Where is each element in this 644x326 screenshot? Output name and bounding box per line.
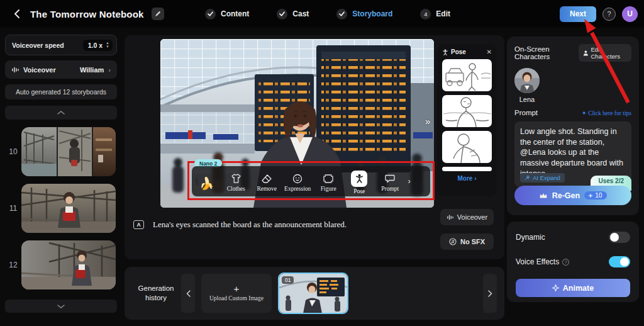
check-icon	[336, 9, 347, 20]
page-title: The Tomorrow Notebook	[30, 9, 144, 20]
smiley-icon	[292, 173, 303, 184]
character-name: Lena	[514, 96, 540, 103]
tshirt-icon	[231, 173, 242, 184]
storyboard-thumbnail[interactable]	[21, 184, 116, 233]
history-prev-button[interactable]	[181, 274, 195, 313]
tool-clothes[interactable]: Clothes	[221, 173, 252, 192]
banana-icon[interactable]: 🍌	[199, 176, 214, 191]
pose-panel: Pose ✕	[437, 44, 497, 196]
storyboard-thumbnail[interactable]	[21, 127, 116, 176]
voiceover-speed-card: Voiceover speed 1.0 x ▲▼	[5, 35, 117, 55]
step-storyboard[interactable]: Storyboard	[336, 9, 392, 20]
history-thumbnail-selected[interactable]: 01	[278, 273, 348, 314]
chevron-right-icon	[488, 290, 492, 297]
characters-heading: On-Screen Characters	[514, 45, 579, 60]
storyboard-item-10[interactable]: 10	[5, 127, 117, 176]
edit-title-icon[interactable]	[152, 8, 164, 20]
magic-wand-icon	[525, 175, 530, 181]
edit-characters-button[interactable]: Edit Characters	[579, 44, 631, 62]
frame-caption: Lena's eyes scanned the board as the ann…	[153, 220, 347, 230]
dynamic-toggle[interactable]	[609, 232, 630, 243]
sfx-off-icon	[449, 238, 457, 245]
sparkle-icon	[552, 284, 559, 291]
tool-remove[interactable]: Remove	[252, 173, 282, 192]
thumbnail-index-badge: 01	[282, 276, 294, 284]
character-avatar[interactable]	[514, 68, 540, 93]
dynamic-label: Dynamic	[516, 233, 545, 242]
chevron-left-icon	[186, 290, 191, 297]
pose-option-1[interactable]	[442, 59, 492, 91]
generation-history-label: Generation history	[132, 284, 180, 303]
toolbar-more-chevron-icon[interactable]: ›	[408, 177, 411, 186]
pose-option-4[interactable]	[442, 167, 492, 171]
settings-card: Dynamic Voice Effects ? Animate	[507, 222, 639, 302]
storyboard-item-12[interactable]: 12	[5, 240, 117, 289]
image-next-arrow-icon[interactable]: »	[425, 116, 430, 126]
generation-history-panel: Generation history + Upload Custom Image…	[125, 267, 504, 320]
tool-pose-active[interactable]: Pose	[344, 171, 375, 194]
stepper-arrows-icon[interactable]: ▲▼	[106, 42, 109, 48]
voiceover-button[interactable]: Voiceover	[440, 209, 494, 225]
step-edit[interactable]: 4 Edit	[420, 9, 450, 20]
voiceover-speed-stepper[interactable]: 1.0 x ▲▼	[83, 40, 113, 51]
top-bar: The Tomorrow Notebook Content Cast Story…	[0, 0, 644, 28]
voiceover-selector[interactable]: Voiceover William ›	[5, 60, 117, 79]
plus-icon: +	[234, 285, 240, 293]
crown-icon	[539, 192, 548, 199]
step-cast[interactable]: Cast	[277, 9, 309, 20]
storyboard-thumbnail[interactable]	[21, 240, 116, 289]
waveform-icon	[11, 66, 19, 74]
back-icon[interactable]	[10, 8, 23, 20]
ai-expand-button[interactable]: AI Expand	[520, 173, 565, 183]
pose-icon	[442, 49, 448, 55]
characters-card: On-Screen Characters Edit Characters Len…	[507, 37, 639, 215]
speech-bubble-icon	[385, 173, 395, 184]
collapse-down-button[interactable]	[5, 300, 117, 313]
storyboard-number: 10	[5, 147, 21, 156]
pose-more-link[interactable]: More ›	[442, 175, 492, 182]
auto-generated-note: Auto generated 12 storyboards	[5, 84, 117, 99]
info-icon[interactable]: ?	[562, 259, 569, 266]
close-icon[interactable]: ✕	[487, 48, 492, 55]
step-number: 4	[420, 9, 431, 20]
spark-icon	[588, 193, 593, 198]
tool-figure[interactable]: Figure	[313, 173, 344, 192]
step-content[interactable]: Content	[205, 9, 249, 20]
pose-option-3[interactable]	[442, 131, 492, 163]
voice-effects-label: Voice Effects ?	[516, 257, 569, 266]
pose-option-2[interactable]	[442, 95, 492, 127]
tool-expression[interactable]: Expression	[282, 173, 313, 192]
check-icon	[277, 9, 287, 20]
chevron-right-icon: ›	[108, 66, 111, 74]
pose-panel-title: Pose	[451, 48, 484, 55]
history-next-button[interactable]	[483, 274, 497, 313]
collapse-up-button[interactable]	[5, 106, 117, 120]
storyboard-number: 12	[5, 261, 21, 269]
tips-link[interactable]: ✦ Click here for tips	[582, 110, 631, 116]
person-icon	[583, 50, 589, 56]
upload-custom-image-button[interactable]: + Upload Custom Image	[201, 274, 272, 313]
regen-button[interactable]: Re-Gen 10	[514, 186, 631, 205]
left-sidebar: Voiceover speed 1.0 x ▲▼ Voiceover Willi…	[5, 35, 117, 313]
prompt-label: Prompt	[514, 109, 538, 116]
voiceover-voice-value: William	[80, 66, 104, 74]
eraser-icon	[262, 173, 272, 184]
next-button[interactable]: Next	[560, 6, 596, 22]
voiceover-speed-label: Voiceover speed	[12, 42, 64, 49]
pose-icon	[351, 171, 367, 187]
workflow-steps: Content Cast Storyboard 4 Edit	[205, 0, 450, 28]
waveform-icon	[447, 214, 453, 221]
frame-icon	[323, 173, 333, 184]
voice-effects-toggle[interactable]	[609, 256, 630, 267]
chevron-down-icon	[57, 305, 65, 308]
chevron-up-icon	[57, 111, 65, 115]
storyboard-item-11[interactable]: 11	[5, 184, 117, 233]
avatar[interactable]: U	[622, 6, 638, 22]
animate-button[interactable]: Animate	[516, 279, 630, 297]
check-icon	[205, 9, 216, 20]
image-edit-toolbar: 🍌 Clothes Remove Expression	[192, 166, 430, 196]
tool-prompt[interactable]: Prompt	[375, 173, 406, 192]
storyboard-number: 11	[5, 204, 21, 213]
no-sfx-button[interactable]: No SFX	[440, 233, 494, 250]
help-icon[interactable]: ?	[602, 8, 616, 21]
